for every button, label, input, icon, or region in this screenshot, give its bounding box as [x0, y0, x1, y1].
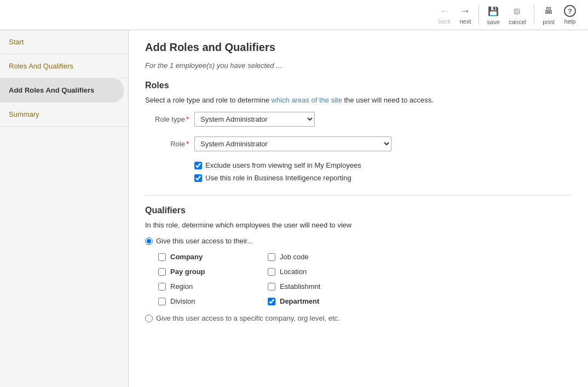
help-label: help [564, 18, 576, 25]
cancel-icon: ⦻ [511, 4, 524, 18]
next-icon: → [460, 5, 470, 17]
back-icon: ← [440, 5, 449, 17]
sidebar-item-roles-and-qualifiers[interactable]: Roles And Qualifiers [0, 54, 128, 78]
qualifiers-desc: In this role, determine which employees … [145, 221, 572, 229]
role-row: Role* System Administrator [145, 136, 572, 151]
establishmnt-label: Establishmnt [280, 282, 320, 291]
cancel-label: cancel [509, 19, 526, 25]
save-label: save [487, 19, 500, 25]
department-checkbox[interactable] [268, 298, 275, 305]
toolbar-print-group: 🖶 print ? help [539, 3, 579, 26]
cancel-button[interactable]: ⦻ cancel [505, 3, 529, 26]
toolbar-sep-2 [534, 5, 534, 25]
sidebar-item-start[interactable]: Start [0, 30, 128, 54]
job-code-checkbox[interactable] [268, 253, 275, 261]
radio-specific-company-row: Give this user access to a specific comp… [145, 314, 572, 322]
role-type-required: * [186, 115, 189, 123]
next-label: next [459, 18, 471, 25]
content-area: Add Roles and Qualifiers For the 1 emplo… [129, 30, 588, 387]
help-icon: ? [564, 5, 576, 17]
role-required: * [186, 140, 189, 148]
qual-item-location: Location [268, 268, 377, 276]
radio-specific-access[interactable] [145, 315, 153, 322]
save-icon: 💾 [487, 4, 500, 18]
page-title: Add Roles and Qualifiers [145, 41, 572, 54]
bi-reporting-checkbox[interactable] [194, 174, 202, 182]
back-button[interactable]: ← back [435, 4, 454, 26]
exclude-self-checkbox[interactable] [194, 162, 202, 169]
checkbox-exclude-self-row: Exclude users from viewing self in My Em… [194, 161, 572, 169]
role-type-select[interactable]: System Administrator [194, 112, 315, 127]
save-button[interactable]: 💾 save [483, 3, 503, 26]
division-checkbox[interactable] [158, 298, 166, 305]
role-select[interactable]: System Administrator [194, 136, 391, 151]
radio-their-access[interactable] [145, 237, 153, 245]
establishmnt-checkbox[interactable] [268, 283, 275, 291]
main-layout: Start Roles And Qualifiers Add Roles And… [0, 30, 588, 387]
toolbar-nav-group: ← back → next [435, 4, 474, 26]
print-button[interactable]: 🖶 print [539, 3, 558, 26]
bi-reporting-label: Use this role in Business Intelligence r… [205, 174, 351, 182]
toolbar: ← back → next 💾 save ⦻ cancel 🖶 print ? … [0, 0, 588, 30]
next-button[interactable]: → next [456, 4, 474, 26]
sidebar-item-summary[interactable]: Summary [0, 103, 128, 127]
exclude-self-label: Exclude users from viewing self in My Em… [205, 161, 361, 169]
region-label: Region [170, 282, 193, 291]
qualifiers-grid: Company Job code Pay group Location [158, 253, 572, 305]
roles-section-title: Roles [145, 81, 572, 90]
division-label: Division [170, 297, 195, 305]
toolbar-sep-1 [479, 5, 479, 25]
job-code-label: Job code [280, 253, 309, 261]
qualifiers-section: Qualifiers In this role, determine which… [145, 195, 572, 322]
radio-their-label: Give this user access to their... [156, 237, 253, 245]
qual-item-company: Company [158, 253, 268, 261]
qual-item-region: Region [158, 282, 268, 291]
region-checkbox[interactable] [158, 283, 166, 291]
location-label: Location [280, 268, 307, 276]
company-checkbox[interactable] [158, 253, 166, 261]
radio-specific-label: Give this user access to a specific comp… [156, 314, 340, 322]
roles-section-desc: Select a role type and role to determine… [145, 96, 572, 104]
sidebar: Start Roles And Qualifiers Add Roles And… [0, 30, 129, 387]
sidebar-item-add-roles-and-qualifiers[interactable]: Add Roles And Qualifiers [0, 78, 124, 103]
location-checkbox[interactable] [268, 268, 275, 276]
role-type-row: Role type* System Administrator [145, 112, 572, 127]
pay-group-checkbox[interactable] [158, 268, 166, 276]
back-label: back [438, 18, 451, 25]
print-icon: 🖶 [542, 4, 555, 18]
qual-item-pay-group: Pay group [158, 268, 268, 276]
role-type-label: Role type* [145, 115, 189, 123]
checkbox-bi-reporting-row: Use this role in Business Intelligence r… [194, 174, 572, 182]
pay-group-label: Pay group [170, 268, 205, 276]
radio-their-row: Give this user access to their... [145, 237, 572, 245]
toolbar-save-group: 💾 save ⦻ cancel [483, 3, 529, 26]
qual-item-division: Division [158, 297, 268, 305]
qual-item-job-code: Job code [268, 253, 377, 261]
qual-item-establishmnt: Establishmnt [268, 282, 377, 291]
page-subtitle: For the 1 employee(s) you have selected … [145, 61, 572, 70]
help-button[interactable]: ? help [561, 4, 579, 26]
qual-item-department: Department [268, 297, 377, 305]
qualifiers-title: Qualifiers [145, 206, 572, 215]
department-label: Department [280, 297, 319, 305]
print-label: print [543, 19, 554, 25]
role-label: Role* [145, 140, 189, 148]
roles-checkboxes: Exclude users from viewing self in My Em… [194, 161, 572, 182]
company-label: Company [170, 253, 203, 261]
